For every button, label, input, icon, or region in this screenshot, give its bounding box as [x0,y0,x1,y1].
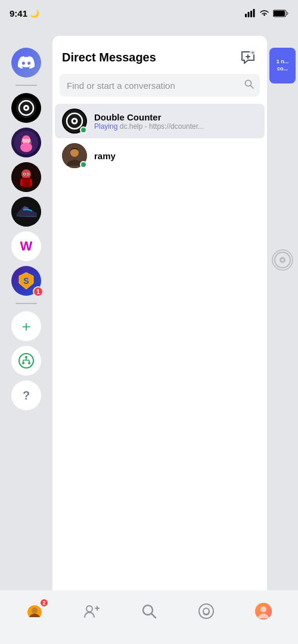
svg-text:+: + [252,51,254,55]
svg-point-48 [281,259,284,261]
question-mark: ? [23,389,30,402]
sidebar-item-help[interactable]: ? [11,380,41,410]
new-dm-icon: + [241,51,255,64]
profile-avatar-icon [255,603,272,620]
status-icons [245,9,288,17]
explore-icon [18,353,34,369]
w-label: W [20,239,33,254]
sidebar-item-red-char[interactable] [11,162,41,192]
panel-title: Direct Messages [62,51,156,64]
wifi-icon [259,10,269,17]
svg-point-50 [32,608,38,614]
svg-rect-5 [274,11,285,16]
help-icon-container: ? [11,380,41,410]
right-peek-notification[interactable]: 1 n...co... [269,48,296,83]
dm-name-ramy: ramy [94,151,257,161]
tab-home[interactable]: 2 [17,600,52,622]
shoe-icon [11,197,41,227]
sidebar-item-w[interactable]: W [11,231,41,261]
sidebar-item-character[interactable] [11,128,41,157]
friends-tab-icon [83,603,100,620]
sidebar-item-shoe[interactable] [11,197,41,227]
svg-point-59 [260,606,266,612]
dm-list: Double Counter Playing dc.help - https:/… [52,104,267,173]
dm-avatar-ramy [62,143,87,168]
svg-point-9 [25,107,27,109]
main-panel: Direct Messages + [52,36,267,596]
svg-point-12 [20,143,32,152]
hacker-badge: 1 [33,286,44,297]
signal-icon [245,9,256,17]
search-container [60,74,260,97]
status-time: 9:41 🌙 [10,8,39,18]
sidebar-item-double-counter[interactable] [11,93,41,123]
svg-text:S: S [23,276,29,286]
add-server-icon: ＋ [11,311,41,341]
home-tab-icon [27,605,42,617]
svg-rect-16 [20,179,23,186]
sidebar-item-add[interactable]: ＋ [11,311,41,341]
sidebar-divider-1 [15,85,37,86]
sidebar-item-explore[interactable] [11,346,41,376]
svg-rect-15 [21,178,31,187]
status-bar: 9:41 🌙 [0,0,298,26]
search-icon [244,79,254,91]
profile-tab-avatar [255,603,272,620]
dm-status-double-counter: Playing dc.help - https://dcounter... [94,122,257,131]
svg-point-20 [24,174,25,175]
moon-icon: 🌙 [30,9,39,18]
svg-point-51 [86,606,92,612]
svg-rect-17 [30,179,32,186]
dm-item-ramy[interactable]: ramy [55,138,265,173]
svg-point-25 [19,354,33,368]
svg-line-38 [251,86,254,89]
sidebar-item-discord-home[interactable] [11,48,41,78]
svg-rect-0 [245,14,247,17]
tab-search[interactable] [131,603,167,619]
right-peek-panel: 1 n...co... [267,36,298,596]
right-peek-label: 1 n...co... [277,58,289,72]
new-dm-button[interactable]: + [238,48,257,67]
tab-friends[interactable] [74,603,110,620]
svg-point-42 [73,120,76,123]
dm-info-double-counter: Double Counter Playing dc.help - https:/… [94,112,257,131]
dm-item-double-counter[interactable]: Double Counter Playing dc.help - https:/… [55,104,265,138]
online-indicator [80,126,87,134]
tab-profile[interactable] [246,603,281,620]
panel-header: Direct Messages + [52,36,267,74]
battery-icon [273,10,288,17]
svg-rect-1 [248,12,250,17]
right-peek-icon [272,249,293,273]
svg-point-31 [22,362,24,364]
ramy-online-indicator [80,161,87,168]
character-avatar-icon [14,131,38,154]
dm-avatar-double-counter [62,109,87,134]
dm-name-double-counter: Double Counter [94,112,257,122]
mentions-tab-icon [198,603,215,620]
svg-point-21 [27,174,29,175]
discord-logo-icon [18,56,35,69]
tab-mentions[interactable] [188,603,224,620]
svg-rect-3 [253,9,255,17]
svg-point-14 [21,169,31,179]
tab-bar: 2 [0,590,298,644]
search-tab-icon [141,603,157,619]
sidebar: W S 1 ＋ [0,0,52,644]
search-input[interactable] [60,74,260,97]
right-peek-circle-icon [272,249,293,271]
hacker-icon: S [17,271,36,290]
svg-point-26 [25,356,27,358]
svg-point-32 [28,362,30,364]
double-counter-icon [16,98,36,118]
dm-info-ramy: ramy [94,151,257,161]
sidebar-divider-2 [15,303,37,304]
svg-rect-2 [250,11,252,17]
svg-line-55 [151,614,156,618]
sidebar-item-hacker[interactable]: S 1 [11,266,41,296]
home-tab-badge: 2 [39,598,49,608]
svg-point-56 [199,604,213,618]
red-char-icon [11,162,41,192]
